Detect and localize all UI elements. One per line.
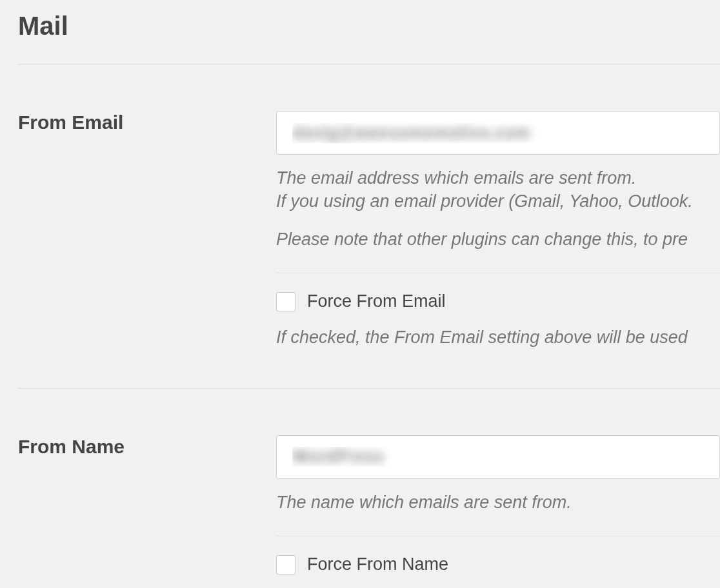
force-from-email-help: If checked, the From Email setting above… [276, 326, 720, 349]
force-from-name-checkbox[interactable] [276, 555, 295, 574]
from-email-row: From Email The email address which email… [18, 64, 720, 349]
from-email-inner-divider [276, 273, 720, 273]
from-name-row: From Name The name which emails are sent… [18, 389, 720, 574]
from-name-label: From Name [18, 435, 276, 458]
from-email-input[interactable] [276, 111, 720, 155]
force-from-name-label: Force From Name [307, 554, 448, 574]
from-email-field-col: The email address which emails are sent … [276, 111, 720, 349]
force-from-email-checkbox[interactable] [276, 292, 295, 311]
from-name-field-col: The name which emails are sent from. For… [276, 435, 720, 574]
from-name-help-1: The name which emails are sent from. [276, 491, 720, 514]
from-name-input[interactable] [276, 435, 720, 479]
from-email-help-3: Please note that other plugins can chang… [276, 228, 720, 251]
mail-settings-section: Mail From Email The email address which … [0, 0, 720, 574]
force-from-email-label: Force From Email [307, 291, 446, 311]
from-email-help-2: If you using an email provider (Gmail, Y… [276, 190, 720, 213]
from-email-label: From Email [18, 111, 276, 134]
from-email-help-1: The email address which emails are sent … [276, 166, 720, 190]
from-name-inner-divider [276, 536, 720, 536]
from-name-label-col: From Name [18, 435, 276, 458]
from-email-label-col: From Email [18, 111, 276, 134]
force-from-email-row: Force From Email [276, 291, 720, 311]
force-from-name-row: Force From Name [276, 554, 720, 574]
section-title: Mail [18, 12, 720, 41]
